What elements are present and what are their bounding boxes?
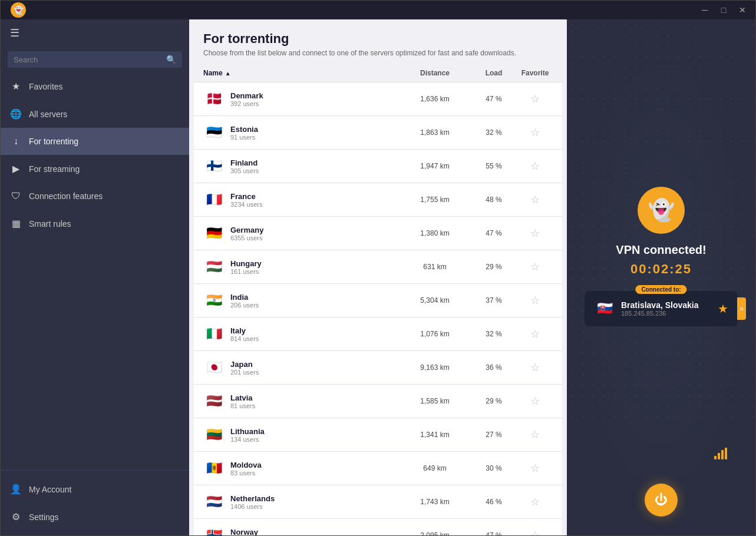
flag-icon: 🇫🇷 [203,189,225,210]
column-header-favorite: Favorite [517,69,553,77]
table-row[interactable]: 🇮🇹 Italy 814 users 1,076 km 32 % ☆ [194,317,562,351]
connected-to-label: Connected to: [635,285,686,294]
server-users: 6355 users [230,234,400,241]
flag-icon: 🇳🇴 [203,525,225,535]
connected-favorite-star[interactable]: ★ [718,302,728,316]
flag-icon: 🇲🇩 [203,458,225,479]
sidebar-item-connection-features[interactable]: 🛡 Connection features [1,183,189,210]
server-info: Estonia 91 users [230,125,400,141]
hamburger-icon[interactable]: ☰ [10,27,19,39]
ghost-logo: 👻 [638,187,685,234]
flag-icon: 🇱🇻 [203,391,225,412]
table-row[interactable]: 🇩🇰 Denmark 392 users 1,636 km 47 % ☆ [194,82,562,116]
table-row[interactable]: 🇪🇪 Estonia 91 users 1,863 km 32 % ☆ [194,116,562,150]
server-favorite-star[interactable]: ☆ [517,260,553,273]
server-favorite-star[interactable]: ☆ [517,428,553,441]
sidebar-item-favorites[interactable]: ★ Favorites [1,72,189,100]
server-favorite-star[interactable]: ☆ [517,193,553,206]
server-distance: 1,380 km [400,229,470,237]
sidebar-item-label: My Account [29,485,71,494]
table-row[interactable]: 🇮🇳 India 206 users 5,304 km 37 % ☆ [194,284,562,317]
power-button[interactable]: ⏻ [645,484,678,517]
vpn-status-area: 👻 VPN connected! 00:02:25 Connected to: … [585,19,738,469]
shield-icon: 🛡 [10,191,22,201]
search-input[interactable] [14,55,161,64]
server-favorite-star[interactable]: ☆ [517,92,553,105]
vpn-connected-label: VPN connected! [616,243,706,257]
server-favorite-star[interactable]: ☆ [517,160,553,173]
server-favorite-star[interactable]: ☆ [517,529,553,535]
server-name: Japan [230,360,400,369]
server-favorite-star[interactable]: ☆ [517,294,553,307]
globe-icon: 🌐 [10,108,22,120]
sidebar-item-settings[interactable]: ⚙ Settings [1,503,189,531]
server-favorite-star[interactable]: ☆ [517,227,553,240]
play-icon: ▶ [10,163,22,174]
minimize-button[interactable]: ─ [696,4,713,16]
favorites-icon: ★ [10,81,22,92]
server-info: Netherlands 1406 users [230,494,400,510]
sidebar-item-for-streaming[interactable]: ▶ For streaming [1,155,189,183]
svg-rect-5 [725,448,727,459]
sidebar-item-label: Settings [29,512,59,522]
server-distance: 1,636 km [400,95,470,103]
table-row[interactable]: 🇩🇪 Germany 6355 users 1,380 km 47 % ☆ [194,217,562,250]
server-distance: 1,743 km [400,498,470,506]
server-load: 47 % [470,229,517,237]
table-row[interactable]: 🇳🇴 Norway 396 users 2,095 km 47 % ☆ [194,519,562,535]
column-header-name[interactable]: Name ▲ [203,69,400,77]
maximize-button[interactable]: □ [715,4,732,16]
window-controls: ─ □ ✕ [696,4,751,16]
server-favorite-star[interactable]: ☆ [517,126,553,139]
server-load: 27 % [470,431,517,439]
sidebar-item-smart-rules[interactable]: ▦ Smart rules [1,210,189,237]
server-info: Latvia 81 users [230,393,400,409]
page-title: For torrenting [203,31,553,47]
sidebar-item-my-account[interactable]: 👤 My Account [1,475,189,503]
server-name: India [230,293,400,302]
server-distance: 1,076 km [400,330,470,338]
server-distance: 649 km [400,464,470,472]
server-distance: 2,095 km [400,531,470,535]
server-users: 206 users [230,302,400,309]
server-load: 55 % [470,162,517,170]
table-row[interactable]: 🇫🇮 Finland 305 users 1,947 km 55 % ☆ [194,150,562,183]
server-name: France [230,192,400,201]
server-favorite-star[interactable]: ☆ [517,462,553,475]
server-name: Lithuania [230,427,400,436]
sidebar: ☰ 🔍 ★ Favorites 🌐 All servers ↓ For torr… [1,19,189,535]
server-favorite-star[interactable]: ☆ [517,395,553,408]
flag-icon: 🇮🇳 [203,290,225,311]
server-info: France 3234 users [230,192,400,208]
table-row[interactable]: 🇱🇻 Latvia 81 users 1,585 km 29 % ☆ [194,385,562,418]
svg-rect-4 [721,450,724,459]
server-users: 134 users [230,436,400,443]
gear-icon: ⚙ [10,511,22,522]
close-button[interactable]: ✕ [734,4,751,16]
server-load: 29 % [470,263,517,271]
server-load: 48 % [470,196,517,204]
table-header: Name ▲ Distance Load Favorite [194,64,562,82]
table-row[interactable]: 🇲🇩 Moldova 83 users 649 km 30 % ☆ [194,452,562,485]
server-favorite-star[interactable]: ☆ [517,495,553,508]
sidebar-footer: 👤 My Account ⚙ Settings [1,470,189,535]
table-row[interactable]: 🇭🇺 Hungary 161 users 631 km 29 % ☆ [194,250,562,284]
server-name: Norway [230,528,400,536]
download-icon: ↓ [10,136,22,147]
server-favorite-star[interactable]: ☆ [517,327,553,340]
server-load: 47 % [470,531,517,535]
table-row[interactable]: 🇳🇱 Netherlands 1406 users 1,743 km 46 % … [194,485,562,519]
server-info: Denmark 392 users [230,91,400,107]
expand-button[interactable]: » [737,297,746,320]
table-row[interactable]: 🇫🇷 France 3234 users 1,755 km 48 % ☆ [194,183,562,217]
sidebar-item-for-torrenting[interactable]: ↓ For torrenting [1,128,189,155]
svg-rect-2 [714,456,717,459]
app-logo: 👻 [10,2,27,18]
server-rows-container: 🇩🇰 Denmark 392 users 1,636 km 47 % ☆ 🇪🇪 … [194,82,562,535]
server-favorite-star[interactable]: ☆ [517,361,553,374]
table-row[interactable]: 🇱🇹 Lithuania 134 users 1,341 km 27 % ☆ [194,418,562,452]
server-name: Moldova [230,461,400,469]
sidebar-item-all-servers[interactable]: 🌐 All servers [1,100,189,128]
server-load: 32 % [470,128,517,137]
table-row[interactable]: 🇯🇵 Japan 201 users 9,163 km 36 % ☆ [194,351,562,385]
